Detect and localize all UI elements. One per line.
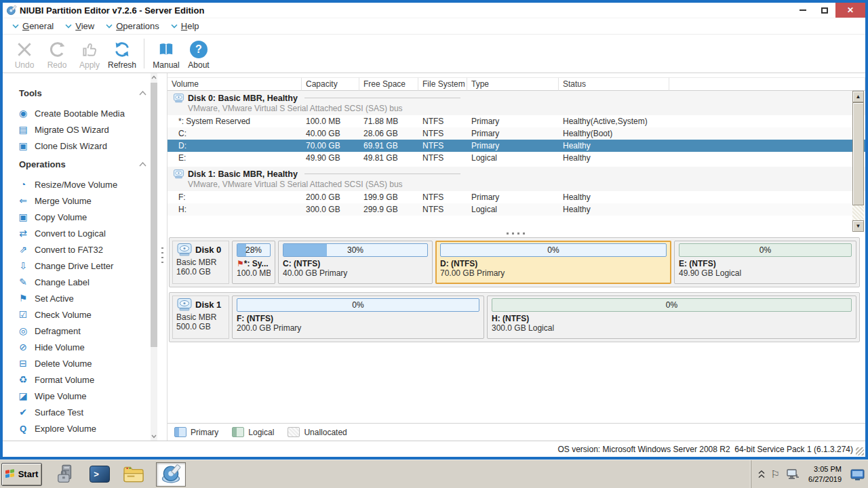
menu-view[interactable]: View	[62, 20, 100, 33]
disk0-group-header[interactable]: Disk 0: Basic MBR, Healthy VMware, VMwar…	[167, 91, 865, 115]
sidebar-item-merge-volume[interactable]: ⇐Merge Volume	[14, 192, 157, 209]
partition-f[interactable]: 0% F: (NTFS) 200.0 GB Primary	[232, 296, 484, 339]
disk1-group-header[interactable]: Disk 1: Basic MBR, Healthy VMware, VMwar…	[167, 167, 865, 191]
tools-section-header[interactable]: Tools	[19, 88, 156, 98]
column-file-system[interactable]: File System	[418, 77, 467, 91]
table-row-system-reserved[interactable]: *: System Reserved100.0 MB71.88 MBNTFSPr…	[167, 115, 865, 127]
disk0-info[interactable]: Disk 0 Basic MBR 160.0 GB	[172, 241, 229, 284]
sidebar-item-delete-volume[interactable]: ⊟Delete Volume	[14, 355, 157, 371]
partition-system-reserved[interactable]: 28% ⚑*: Sy... 100.0 MB	[232, 241, 275, 284]
file-explorer-taskbar-icon[interactable]	[121, 462, 146, 487]
disk1-info[interactable]: Disk 1 Basic MBR 500.0 GB	[172, 296, 229, 339]
sidebar-item-convert-to-fat32[interactable]: ⇗Convert to FAT32	[14, 241, 157, 258]
group-rule	[304, 174, 460, 174]
chevron-up-icon	[139, 162, 146, 167]
action-center-flag-icon[interactable]: ⚐	[771, 468, 780, 481]
partition-e[interactable]: 0% E: (NTFS) 49.90 GB Logical	[674, 241, 856, 284]
group-rule	[304, 98, 460, 98]
usage-bar: 0%	[679, 243, 852, 257]
scrollbar-track[interactable]	[852, 205, 864, 220]
table-row-d-selected[interactable]: D:70.00 GB69.91 GBNTFSPrimaryHealthy	[167, 140, 865, 152]
column-empty	[669, 77, 865, 91]
table-scrollbar[interactable]: ▲ ▼	[852, 91, 864, 232]
apply-button[interactable]: Apply	[73, 35, 106, 73]
table-row-h[interactable]: H:300.0 GB299.9 GBNTFSLogicalHealthy	[167, 203, 865, 216]
maximize-button[interactable]	[814, 3, 835, 18]
about-button[interactable]: ? About	[182, 35, 215, 73]
usage-bar: 0%	[492, 298, 852, 312]
partition-h[interactable]: 0% H: (NTFS) 300.0 GB Logical	[487, 296, 856, 339]
scroll-down-icon[interactable]	[151, 434, 157, 439]
table-row-e[interactable]: E:49.90 GB49.81 GBNTFSLogicalHealthy	[167, 152, 865, 164]
sidebar-item-defragment[interactable]: ◎Defragment	[14, 323, 157, 339]
tray-expand-icon[interactable]	[758, 470, 765, 478]
sidebar-item-surface-test[interactable]: ✔Surface Test	[14, 404, 157, 420]
sidebar-item-clone-disk-wizard[interactable]: ▣Clone Disk Wizard	[14, 138, 157, 154]
table-row-c[interactable]: C:40.00 GB28.06 GBNTFSPrimaryHealthy(Boo…	[167, 127, 865, 140]
sidebar-item-format-volume[interactable]: ♻Format Volume	[14, 371, 157, 388]
sidebar-item-set-active[interactable]: ⚑Set Active	[14, 290, 157, 306]
manual-button[interactable]: Manual	[150, 35, 182, 73]
start-button[interactable]: Start	[1, 463, 42, 486]
niubi-app-icon	[161, 464, 181, 485]
splitter-grip-icon	[161, 247, 163, 266]
sidebar-item-explore-volume[interactable]: QExplore Volume	[14, 420, 157, 436]
defrag-icon: ◎	[18, 326, 28, 336]
logical-swatch-icon	[232, 427, 244, 437]
minimize-button[interactable]	[792, 3, 814, 18]
sidebar-item-wipe-volume[interactable]: ◪Wipe Volume	[14, 388, 157, 404]
sidebar-item-change-label[interactable]: ✎Change Label	[14, 274, 157, 290]
menu-help[interactable]: Help	[168, 20, 205, 33]
sidebar-item-check-volume[interactable]: ☑Check Volume	[14, 306, 157, 323]
usage-bar: 28%	[237, 243, 271, 257]
sidebar-item-convert-to-logical[interactable]: ⇄Convert to Logical	[14, 225, 157, 241]
network-icon[interactable]	[786, 468, 800, 481]
server-manager-icon	[56, 464, 76, 485]
scroll-up-icon[interactable]	[151, 75, 157, 79]
scroll-down-button[interactable]: ▼	[852, 220, 864, 232]
partition-c[interactable]: 30% C: (NTFS) 40.00 GB Primary	[278, 241, 433, 284]
show-desktop-icon[interactable]	[850, 468, 865, 481]
sidebar-item-hide-volume[interactable]: ⊘Hide Volume	[14, 339, 157, 355]
refresh-button[interactable]: Refresh	[106, 35, 138, 73]
powershell-taskbar-icon[interactable]: >	[87, 462, 113, 487]
horizontal-splitter[interactable]	[167, 229, 865, 237]
scrollbar-thumb[interactable]	[852, 102, 864, 205]
server-manager-taskbar-icon[interactable]	[53, 462, 79, 487]
resize-grip[interactable]	[856, 447, 864, 455]
status-bar: OS version: Microsoft Windows Server 200…	[3, 441, 865, 457]
convert-icon: ⇄	[18, 228, 28, 238]
disk-drive-icon	[176, 298, 193, 311]
taskbar: Start > ⚐	[0, 460, 868, 488]
niubi-taskbar-icon-active[interactable]	[156, 462, 186, 487]
taskbar-clock[interactable]: 3:05 PM 6/27/2019	[806, 464, 844, 485]
operations-section-header[interactable]: Operations	[19, 159, 156, 169]
column-free-space[interactable]: Free Space	[359, 77, 418, 91]
disk0-panel: Disk 0 Basic MBR 160.0 GB 28% ⚑*: Sy... …	[169, 237, 860, 287]
column-type[interactable]: Type	[467, 77, 559, 91]
sidebar-item-migrate-os-wizard[interactable]: ▤Migrate OS Wizard	[14, 121, 157, 138]
column-volume[interactable]: Volume	[167, 77, 302, 91]
menu-general[interactable]: General	[9, 20, 60, 33]
vertical-splitter[interactable]	[157, 73, 167, 441]
migrate-icon: ▤	[18, 125, 28, 134]
scroll-up-button[interactable]: ▲	[852, 91, 864, 102]
column-capacity[interactable]: Capacity	[302, 77, 359, 91]
clock-date: 6/27/2019	[808, 474, 842, 485]
column-status[interactable]: Status	[559, 77, 669, 91]
refresh-icon	[113, 41, 131, 58]
table-row-f[interactable]: F:200.0 GB199.9 GBNTFSPrimaryHealthy	[167, 191, 865, 203]
sidebar-item-create-bootable-media[interactable]: ◉Create Bootable Media	[14, 105, 157, 121]
menu-operations[interactable]: Operations	[103, 20, 165, 33]
title-bar: NIUBI Partition Editor v7.2.6 - Server E…	[3, 3, 865, 18]
undo-button[interactable]: Undo	[8, 35, 41, 73]
close-button[interactable]: ✕	[835, 3, 865, 18]
sidebar-item-copy-volume[interactable]: ▣Copy Volume	[14, 209, 157, 225]
sidebar-scrollbar[interactable]	[151, 73, 157, 441]
scrollbar-thumb[interactable]	[151, 83, 157, 347]
undo-icon	[16, 41, 33, 58]
redo-button[interactable]: Redo	[41, 35, 73, 73]
sidebar-item-resize-move-volume[interactable]: ◔Resize/Move Volume	[14, 176, 157, 192]
sidebar-item-change-drive-letter[interactable]: ⇩Change Drive Letter	[14, 258, 157, 274]
partition-d-selected[interactable]: 0% D: (NTFS) 70.00 GB Primary	[435, 241, 671, 284]
